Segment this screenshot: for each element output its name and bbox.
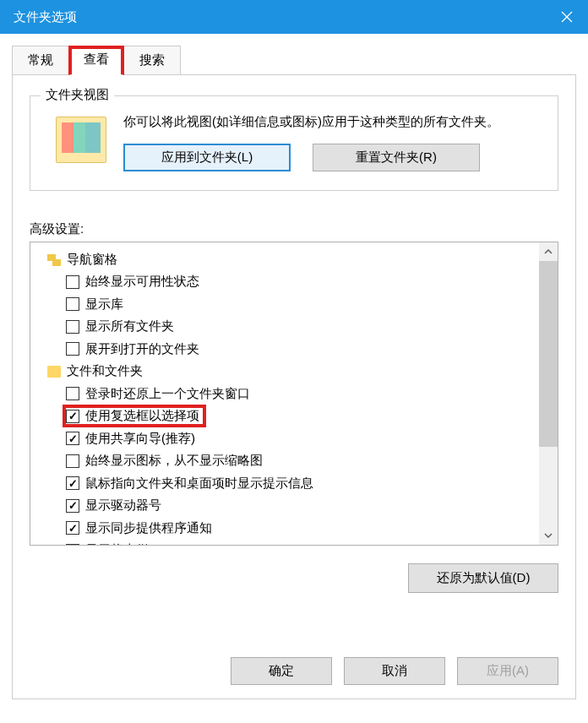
folder-icon xyxy=(47,366,61,378)
restore-defaults-button[interactable]: 还原为默认值(D) xyxy=(408,563,558,593)
tree-group-label: 文件和文件夹 xyxy=(67,363,143,379)
folder-view-group: 文件夹视图 你可以将此视图(如详细信息或图标)应用于这种类型的所有文件夹。 应用… xyxy=(30,95,558,191)
item-label: 显示状态栏 xyxy=(85,542,149,546)
checkbox[interactable] xyxy=(66,499,79,513)
item-label: 始终显示图标，从不显示缩略图 xyxy=(85,453,263,469)
checkbox[interactable] xyxy=(66,454,79,468)
item-label: 显示所有文件夹 xyxy=(85,318,174,334)
list-item[interactable]: 使用复选框以选择项 xyxy=(35,405,553,428)
tree-group-files: 文件和文件夹 xyxy=(35,361,553,383)
folder-preview-icon xyxy=(56,117,106,163)
item-label: 登录时还原上一个文件夹窗口 xyxy=(85,386,250,402)
item-label: 显示驱动器号 xyxy=(85,497,161,514)
cancel-button[interactable]: 取消 xyxy=(344,657,445,685)
window-title: 文件夹选项 xyxy=(8,9,77,25)
item-label: 鼠标指向文件夹和桌面项时显示提示信息 xyxy=(85,476,313,492)
scroll-thumb[interactable] xyxy=(539,261,558,447)
dialog-content: 常规 查看 搜索 文件夹视图 你可以将此视图(如详细信息或图标)应用于这种类型的… xyxy=(0,34,588,699)
checkbox[interactable] xyxy=(66,432,79,445)
checkbox[interactable] xyxy=(66,342,79,356)
chevron-up-icon xyxy=(544,249,553,254)
scroll-up-arrow[interactable] xyxy=(539,242,558,261)
list-item[interactable]: 始终显示图标，从不显示缩略图 xyxy=(35,450,553,473)
folder-view-title: 文件夹视图 xyxy=(41,87,114,103)
tab-strip: 常规 查看 搜索 xyxy=(12,46,576,75)
titlebar: 文件夹选项 xyxy=(0,0,588,34)
checkbox[interactable] xyxy=(66,521,79,535)
checkbox[interactable] xyxy=(66,410,79,423)
list-item[interactable]: 始终显示可用性状态 xyxy=(35,271,553,294)
tab-general[interactable]: 常规 xyxy=(12,46,69,75)
checkbox[interactable] xyxy=(66,476,79,490)
checkbox[interactable] xyxy=(66,275,79,289)
nav-pane-icon xyxy=(47,253,61,266)
item-label: 展开到打开的文件夹 xyxy=(85,341,199,357)
list-item[interactable]: 展开到打开的文件夹 xyxy=(35,338,553,361)
scroll-down-arrow[interactable] xyxy=(539,526,558,545)
advanced-settings-list[interactable]: 导航窗格 始终显示可用性状态 显示库 显示所有文件夹 展开到打开的文件夹 xyxy=(30,242,558,546)
list-item[interactable]: 显示状态栏 xyxy=(35,540,553,546)
scrollbar[interactable] xyxy=(539,242,558,545)
close-icon xyxy=(561,11,573,23)
tree-group-label: 导航窗格 xyxy=(67,252,117,268)
list-item[interactable]: 显示库 xyxy=(35,293,553,316)
dialog-footer: 确定 取消 应用(A) xyxy=(231,657,558,685)
checkbox[interactable] xyxy=(66,320,79,334)
tab-search[interactable]: 搜索 xyxy=(123,46,181,75)
chevron-down-icon xyxy=(544,533,553,538)
checkbox[interactable] xyxy=(66,387,79,400)
scroll-track[interactable] xyxy=(539,447,558,526)
tree-group-nav: 导航窗格 xyxy=(35,248,553,271)
list-item[interactable]: 鼠标指向文件夹和桌面项时显示提示信息 xyxy=(35,472,553,495)
close-button[interactable] xyxy=(546,0,588,34)
item-label: 使用复选框以选择项 xyxy=(85,408,199,424)
folder-view-description: 你可以将此视图(如详细信息或图标)应用于这种类型的所有文件夹。 xyxy=(123,111,542,132)
list-item[interactable]: 登录时还原上一个文件夹窗口 xyxy=(35,383,553,405)
list-item[interactable]: 显示所有文件夹 xyxy=(35,316,553,339)
list-item[interactable]: 显示驱动器号 xyxy=(35,495,553,518)
apply-to-folders-button[interactable]: 应用到文件夹(L) xyxy=(123,144,291,171)
tab-view[interactable]: 查看 xyxy=(68,46,124,75)
checkbox[interactable] xyxy=(66,544,79,546)
advanced-settings-label: 高级设置: xyxy=(30,221,558,237)
item-label: 显示库 xyxy=(85,296,123,313)
list-item[interactable]: 显示同步提供程序通知 xyxy=(35,517,553,540)
list-item[interactable]: 使用共享向导(推荐) xyxy=(35,427,553,450)
reset-folders-button[interactable]: 重置文件夹(R) xyxy=(313,144,480,171)
apply-button[interactable]: 应用(A) xyxy=(457,657,558,685)
item-label: 使用共享向导(推荐) xyxy=(85,431,195,447)
highlighted-checkbox-item: 使用复选框以选择项 xyxy=(63,405,206,427)
ok-button[interactable]: 确定 xyxy=(231,657,332,685)
checkbox[interactable] xyxy=(66,297,79,311)
item-label: 始终显示可用性状态 xyxy=(85,274,199,290)
item-label: 显示同步提供程序通知 xyxy=(85,520,212,536)
tab-panel-view: 文件夹视图 你可以将此视图(如详细信息或图标)应用于这种类型的所有文件夹。 应用… xyxy=(12,74,576,699)
